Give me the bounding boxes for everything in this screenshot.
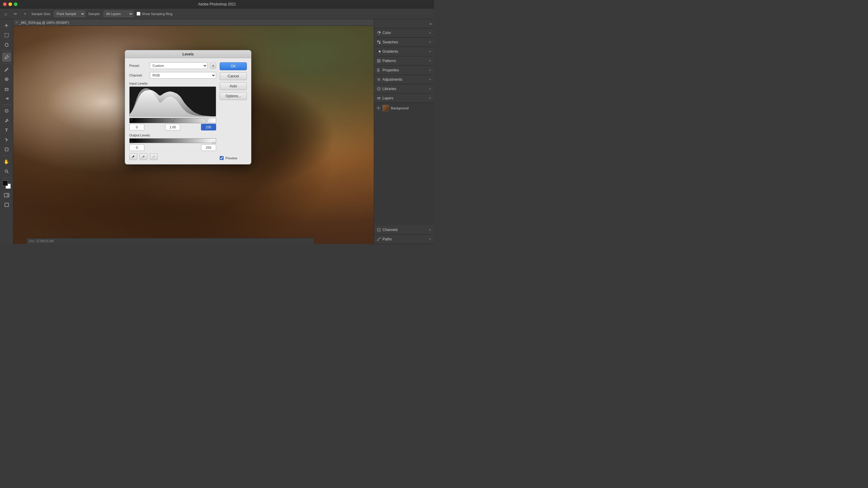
adjustments-panel-label: Adjustments <box>382 77 402 82</box>
clone-tool[interactable] <box>2 75 11 84</box>
gradients-panel-icon <box>377 50 381 53</box>
gradient-tool[interactable] <box>2 94 11 103</box>
pen-tool[interactable] <box>2 116 11 125</box>
svg-rect-28 <box>377 98 380 99</box>
svg-rect-18 <box>377 59 378 61</box>
libraries-panel-header[interactable]: Libraries ▾ <box>374 84 434 93</box>
paths-panel-chevron: ▾ <box>430 238 431 241</box>
cancel-button[interactable]: Cancel <box>220 72 247 80</box>
input-black-handle[interactable] <box>130 119 133 123</box>
input-white-handle[interactable] <box>205 119 208 123</box>
eraser-tool[interactable] <box>2 84 11 93</box>
layer-thumbnail <box>382 105 389 111</box>
eyedropper-white-button[interactable] <box>150 153 158 160</box>
shape-tool[interactable] <box>2 145 11 154</box>
eyedropper-tool[interactable] <box>2 53 11 62</box>
channels-panel-header[interactable]: Channels ▾ <box>374 225 434 234</box>
properties-panel-header[interactable]: Properties ▾ <box>374 66 434 75</box>
brush-tool[interactable] <box>2 65 11 74</box>
eyedropper-black-button[interactable] <box>129 153 137 160</box>
paths-panel-section: Paths ▾ <box>374 235 434 244</box>
gradients-panel-section: Gradients ▾ <box>374 47 434 56</box>
doc-close-icon[interactable]: × <box>16 21 18 24</box>
app-title: Adobe Photoshop 2021 <box>198 2 236 6</box>
channels-panel-label: Channels <box>382 228 398 232</box>
right-panel-top: » <box>374 19 434 28</box>
preset-select[interactable]: Custom Default Darker Increase Contrast … <box>150 62 208 69</box>
input-black-value[interactable] <box>129 124 144 130</box>
svg-point-26 <box>378 88 379 90</box>
adjustments-panel-header[interactable]: Adjustments ▾ <box>374 75 434 84</box>
maximize-button[interactable] <box>14 2 18 6</box>
properties-panel-chevron: ▾ <box>430 69 431 72</box>
move-tool[interactable]: ✛ <box>2 21 11 30</box>
path-select-tool[interactable] <box>2 135 11 144</box>
swatches-panel-header[interactable]: Swatches ▾ <box>374 38 434 47</box>
color-panel-header[interactable]: Color ▾ <box>374 28 434 37</box>
sample-size-select[interactable]: Point Sample 3 by 3 Average 5 by 5 Avera… <box>54 10 85 17</box>
close-button[interactable] <box>3 2 7 6</box>
output-white-value[interactable] <box>201 144 216 151</box>
eyedropper-tool-icon[interactable]: ✑ <box>12 10 19 17</box>
adjustments-panel-icon <box>377 78 381 82</box>
document-tab-label[interactable]: _MG_9154.jpg @ 100% (RGB/8*) <box>19 21 69 24</box>
input-mid-handle[interactable] <box>171 119 175 123</box>
preset-gear-button[interactable]: ⚙ <box>210 63 216 69</box>
svg-rect-27 <box>377 97 380 98</box>
libraries-panel-chevron: ▾ <box>430 87 431 90</box>
channel-select[interactable]: RGB Red Green Blue <box>150 72 216 78</box>
paths-panel-icon <box>377 237 381 241</box>
output-black-handle[interactable] <box>130 139 133 143</box>
lasso-tool[interactable] <box>2 40 11 50</box>
tool-dropdown-icon[interactable]: ▾ <box>22 10 28 17</box>
patterns-panel-section: Patterns ▾ <box>374 56 434 66</box>
svg-rect-4 <box>5 98 8 99</box>
gradients-panel-header[interactable]: Gradients ▾ <box>374 47 434 56</box>
minimize-button[interactable] <box>8 2 12 6</box>
layers-panel-section: Layers ▾ 👁 Background <box>374 94 434 225</box>
preset-row: Preset: Custom Default Darker Increase C… <box>129 62 216 69</box>
text-tool[interactable]: T <box>2 126 11 135</box>
screen-mode-toggle[interactable] <box>2 200 11 209</box>
output-black-value[interactable] <box>129 144 144 151</box>
input-white-value[interactable] <box>201 124 216 130</box>
show-sampling-ring-label[interactable]: Show Sampling Ring <box>136 12 173 16</box>
list-item[interactable]: 👁 Background <box>374 104 434 112</box>
layer-visibility-toggle[interactable]: 👁 <box>376 106 381 110</box>
hand-tool[interactable]: ✋ <box>2 157 11 166</box>
output-slider[interactable] <box>129 138 216 143</box>
home-icon[interactable]: ⌂ <box>2 10 9 17</box>
input-mid-value[interactable] <box>165 124 180 130</box>
output-values <box>129 144 216 151</box>
patterns-panel-header[interactable]: Patterns ▾ <box>374 56 434 65</box>
color-swatches[interactable] <box>2 181 11 189</box>
output-white-handle[interactable] <box>212 139 216 143</box>
panel-collapse-icon[interactable]: » <box>430 22 432 26</box>
quick-mask-toggle[interactable] <box>2 191 11 200</box>
input-slider[interactable] <box>129 118 216 123</box>
zoom-tool[interactable] <box>2 167 11 176</box>
svg-rect-25 <box>377 87 380 90</box>
svg-rect-7 <box>5 148 8 151</box>
canvas-bg[interactable]: Levels Preset: Custom Default Darker Inc… <box>13 26 374 244</box>
preview-label[interactable]: Preview <box>225 156 237 160</box>
properties-panel-section: Properties ▾ <box>374 66 434 75</box>
show-sampling-ring-checkbox[interactable] <box>136 12 141 16</box>
dodge-tool[interactable] <box>2 106 11 116</box>
patterns-panel-icon <box>377 59 381 63</box>
swatches-panel-icon <box>377 40 381 44</box>
select-rect-tool[interactable] <box>2 31 11 40</box>
preview-checkbox[interactable] <box>220 156 224 160</box>
sample-select[interactable]: All Layers Current Layer <box>103 10 133 17</box>
eyedropper-gray-button[interactable] <box>140 153 147 160</box>
histogram-svg <box>130 87 216 116</box>
foreground-color-swatch[interactable] <box>2 181 8 186</box>
svg-point-8 <box>5 170 7 172</box>
options-button[interactable]: Options... <box>220 92 247 100</box>
svg-rect-11 <box>5 203 8 207</box>
toolbar: ⌂ ✑ ▾ Sample Size: Point Sample 3 by 3 A… <box>0 8 434 19</box>
ok-button[interactable]: OK <box>220 62 247 70</box>
auto-button[interactable]: Auto <box>220 82 247 90</box>
layers-panel-header[interactable]: Layers ▾ <box>374 94 434 103</box>
paths-panel-header[interactable]: Paths ▾ <box>374 235 434 244</box>
